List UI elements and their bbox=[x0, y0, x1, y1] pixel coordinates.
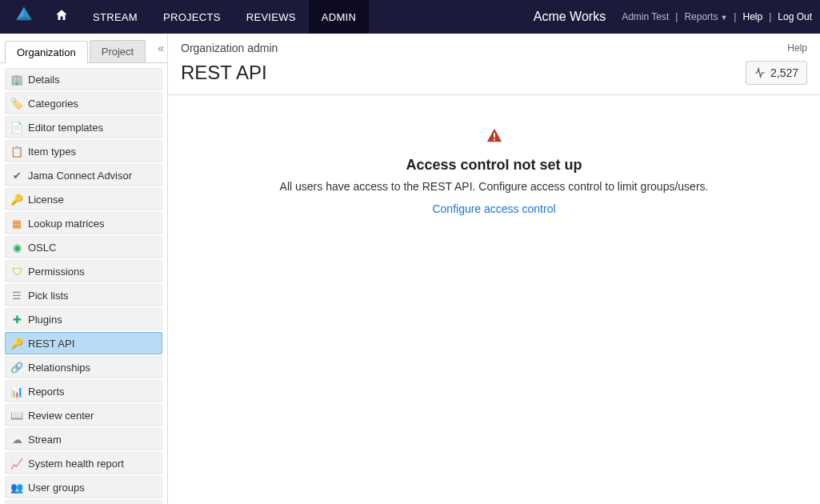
main-panel: Organization admin Help REST API 2,527 A… bbox=[168, 34, 820, 504]
sidebar-item-users[interactable]: 👤Users bbox=[5, 500, 162, 504]
sidebar-item-label: Editor templates bbox=[28, 122, 103, 134]
nav-reviews[interactable]: REVIEWS bbox=[234, 0, 309, 34]
sidebar-item-oslc[interactable]: ◉OSLC bbox=[5, 236, 162, 258]
sidebar-item-label: Lookup matrices bbox=[28, 218, 104, 230]
jama-connect-advisor-icon: ✔ bbox=[10, 169, 23, 182]
pick-lists-icon: ☰ bbox=[10, 289, 23, 302]
stream-icon: ☁ bbox=[10, 433, 23, 446]
home-icon[interactable] bbox=[54, 8, 69, 26]
org-name: Acme Works bbox=[534, 10, 606, 24]
empty-state-title: Access control not set up bbox=[184, 157, 804, 174]
activity-count: 2,527 bbox=[770, 66, 798, 79]
sidebar-item-label: Jama Connect Advisor bbox=[28, 170, 132, 182]
collapse-sidebar-icon[interactable]: « bbox=[158, 42, 164, 54]
logo-icon bbox=[13, 6, 35, 28]
nav-admin[interactable]: ADMIN bbox=[309, 0, 369, 34]
page-title: REST API bbox=[181, 62, 267, 84]
sidebar-item-categories[interactable]: 🏷️Categories bbox=[5, 92, 162, 114]
sidebar-item-stream[interactable]: ☁Stream bbox=[5, 428, 162, 450]
warning-icon bbox=[184, 127, 804, 149]
review-center-icon: 📖 bbox=[10, 409, 23, 422]
configure-access-control-link[interactable]: Configure access control bbox=[432, 202, 555, 215]
page-help-link[interactable]: Help bbox=[787, 42, 807, 54]
sidebar-item-label: Pick lists bbox=[28, 290, 69, 302]
sidebar-item-permissions[interactable]: 🛡Permissions bbox=[5, 260, 162, 282]
sidebar-item-license[interactable]: 🔑License bbox=[5, 188, 162, 210]
sidebar-item-label: Relationships bbox=[28, 362, 90, 374]
item-types-icon: 📋 bbox=[10, 145, 23, 158]
lookup-matrices-icon: ▦ bbox=[10, 217, 23, 230]
license-icon: 🔑 bbox=[10, 193, 23, 206]
rest-api-icon: 🔑 bbox=[10, 337, 23, 350]
sidebar-item-label: Item types bbox=[28, 146, 76, 158]
sidebar: « OrganizationProject 🏢Details🏷️Categori… bbox=[0, 34, 168, 504]
sidebar-item-system-health-report[interactable]: 📈System health report bbox=[5, 452, 162, 474]
oslc-icon: ◉ bbox=[10, 241, 23, 254]
plugins-icon: ✚ bbox=[10, 313, 23, 326]
tab-organization[interactable]: Organization bbox=[5, 41, 88, 63]
sidebar-item-label: System health report bbox=[28, 458, 124, 470]
sidebar-item-relationships[interactable]: 🔗Relationships bbox=[5, 356, 162, 378]
top-nav: STREAMPROJECTSREVIEWSADMIN Acme Works Ad… bbox=[0, 0, 820, 34]
sidebar-item-details[interactable]: 🏢Details bbox=[5, 68, 162, 90]
sidebar-item-review-center[interactable]: 📖Review center bbox=[5, 404, 162, 426]
sidebar-item-label: User groups bbox=[28, 482, 85, 494]
svg-rect-0 bbox=[494, 133, 495, 138]
sidebar-item-user-groups[interactable]: 👥User groups bbox=[5, 476, 162, 498]
reports-dropdown[interactable]: Reports▼ bbox=[684, 11, 727, 22]
sidebar-item-plugins[interactable]: ✚Plugins bbox=[5, 308, 162, 330]
sidebar-item-label: OSLC bbox=[28, 242, 56, 254]
sidebar-item-item-types[interactable]: 📋Item types bbox=[5, 140, 162, 162]
sidebar-item-label: Details bbox=[28, 74, 60, 86]
sidebar-tree: 🏢Details🏷️Categories📄Editor templates📋It… bbox=[0, 63, 167, 504]
sidebar-item-label: REST API bbox=[28, 338, 74, 350]
sidebar-tabs: OrganizationProject bbox=[0, 34, 167, 63]
sidebar-item-label: Categories bbox=[28, 98, 78, 110]
sidebar-item-rest-api[interactable]: 🔑REST API bbox=[5, 332, 162, 354]
activity-count-badge[interactable]: 2,527 bbox=[746, 61, 807, 85]
sidebar-item-label: Review center bbox=[28, 410, 94, 422]
sidebar-item-label: Stream bbox=[28, 434, 62, 446]
reports-icon: 📊 bbox=[10, 385, 23, 398]
sidebar-item-label: Reports bbox=[28, 386, 65, 398]
sidebar-item-label: Plugins bbox=[28, 314, 62, 326]
sidebar-item-label: License bbox=[28, 194, 64, 206]
permissions-icon: 🛡 bbox=[10, 265, 23, 278]
svg-rect-1 bbox=[494, 139, 495, 141]
user-name-link[interactable]: Admin Test bbox=[622, 11, 669, 22]
sidebar-item-jama-connect-advisor[interactable]: ✔Jama Connect Advisor bbox=[5, 164, 162, 186]
help-link[interactable]: Help bbox=[742, 11, 762, 22]
sidebar-item-lookup-matrices[interactable]: ▦Lookup matrices bbox=[5, 212, 162, 234]
sidebar-item-pick-lists[interactable]: ☰Pick lists bbox=[5, 284, 162, 306]
sidebar-item-label: Permissions bbox=[28, 266, 85, 278]
pulse-icon bbox=[754, 67, 766, 78]
user-groups-icon: 👥 bbox=[10, 481, 23, 494]
details-icon: 🏢 bbox=[10, 73, 23, 86]
tab-project[interactable]: Project bbox=[90, 40, 146, 62]
empty-state-description: All users have access to the REST API. C… bbox=[184, 180, 804, 193]
system-health-report-icon: 📈 bbox=[10, 457, 23, 470]
categories-icon: 🏷️ bbox=[10, 97, 23, 110]
nav-projects[interactable]: PROJECTS bbox=[150, 0, 234, 34]
editor-templates-icon: 📄 bbox=[10, 121, 23, 134]
sidebar-item-reports[interactable]: 📊Reports bbox=[5, 380, 162, 402]
sidebar-item-editor-templates[interactable]: 📄Editor templates bbox=[5, 116, 162, 138]
logout-link[interactable]: Log Out bbox=[778, 11, 812, 22]
breadcrumb: Organization admin bbox=[181, 42, 278, 54]
relationships-icon: 🔗 bbox=[10, 361, 23, 374]
nav-stream[interactable]: STREAM bbox=[80, 0, 150, 34]
